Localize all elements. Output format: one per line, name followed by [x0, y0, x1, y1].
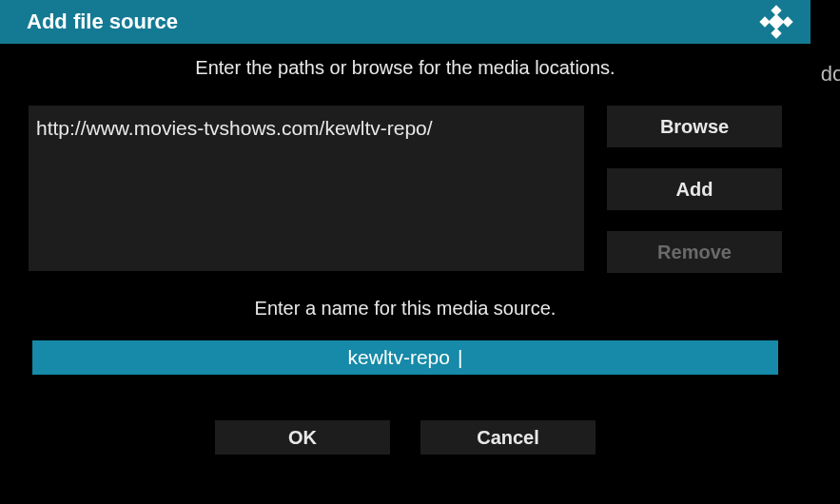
add-file-source-dialog: Add file source Enter the paths or brows… [0, 0, 811, 504]
paths-list[interactable]: http://www.movies-tvshows.com/kewltv-rep… [29, 106, 584, 271]
dialog-content: Enter the paths or browse for the media … [0, 44, 811, 455]
ok-button[interactable]: OK [215, 420, 390, 455]
svg-rect-4 [769, 14, 785, 30]
paths-row: http://www.movies-tvshows.com/kewltv-rep… [29, 106, 782, 273]
dialog-title: Add file source [27, 10, 178, 34]
browse-button[interactable]: Browse [607, 106, 782, 147]
cancel-button[interactable]: Cancel [420, 420, 596, 455]
dialog-actions: OK Cancel [29, 420, 782, 455]
source-name-value: kewltv-repo [348, 346, 450, 369]
path-entry[interactable]: http://www.movies-tvshows.com/kewltv-rep… [36, 117, 576, 140]
name-instruction: Enter a name for this media source. [29, 298, 782, 320]
add-button[interactable]: Add [607, 168, 782, 210]
remove-button: Remove [607, 231, 782, 273]
paths-instruction: Enter the paths or browse for the media … [29, 57, 782, 79]
kodi-logo-icon [759, 5, 793, 39]
side-buttons: Browse Add Remove [607, 106, 782, 273]
text-cursor: | [458, 346, 462, 369]
titlebar: Add file source [0, 0, 811, 44]
background-text: dow [821, 62, 840, 87]
source-name-input[interactable]: kewltv-repo | [32, 340, 778, 375]
